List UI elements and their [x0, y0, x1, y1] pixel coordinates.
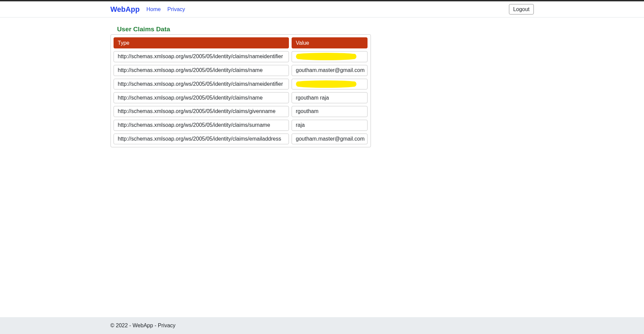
claim-value [292, 51, 368, 62]
claim-value: goutham.master@gmail.com [292, 134, 368, 145]
header-type: Type [114, 37, 289, 48]
claim-type: http://schemas.xmlsoap.org/ws/2005/05/id… [114, 79, 289, 90]
main-content: User Claims Data Type Value http://schem… [111, 17, 534, 155]
table-row: http://schemas.xmlsoap.org/ws/2005/05/id… [114, 120, 368, 131]
claim-type: http://schemas.xmlsoap.org/ws/2005/05/id… [114, 120, 289, 131]
table-header-row: Type Value [114, 37, 368, 48]
navbar: WebApp Home Privacy Logout [0, 1, 644, 17]
page-title: User Claims Data [111, 26, 534, 33]
table-row: http://schemas.xmlsoap.org/ws/2005/05/id… [114, 65, 368, 76]
table-row: http://schemas.xmlsoap.org/ws/2005/05/id… [114, 92, 368, 103]
table-row: http://schemas.xmlsoap.org/ws/2005/05/id… [114, 106, 368, 117]
logout-button[interactable]: Logout [509, 4, 533, 14]
claim-type: http://schemas.xmlsoap.org/ws/2005/05/id… [114, 51, 289, 62]
redacted-highlight [296, 81, 356, 87]
redacted-highlight [296, 54, 356, 59]
claim-type: http://schemas.xmlsoap.org/ws/2005/05/id… [114, 92, 289, 103]
claim-value [292, 79, 368, 90]
brand-link[interactable]: WebApp [111, 5, 140, 14]
claims-panel: Type Value http://schemas.xmlsoap.org/ws… [111, 34, 371, 147]
claim-value: rgoutham raja [292, 92, 368, 103]
header-value: Value [292, 37, 368, 48]
claim-value: rgoutham [292, 106, 368, 117]
table-row: http://schemas.xmlsoap.org/ws/2005/05/id… [114, 134, 368, 145]
nav-privacy[interactable]: Privacy [167, 6, 185, 12]
table-row: http://schemas.xmlsoap.org/ws/2005/05/id… [114, 79, 368, 90]
claim-value: goutham.master@gmail.com [292, 65, 368, 76]
claim-value: raja [292, 120, 368, 131]
claim-type: http://schemas.xmlsoap.org/ws/2005/05/id… [114, 106, 289, 117]
claim-type: http://schemas.xmlsoap.org/ws/2005/05/id… [114, 134, 289, 145]
claim-type: http://schemas.xmlsoap.org/ws/2005/05/id… [114, 65, 289, 76]
nav-home[interactable]: Home [146, 6, 161, 12]
table-row: http://schemas.xmlsoap.org/ws/2005/05/id… [114, 51, 368, 62]
